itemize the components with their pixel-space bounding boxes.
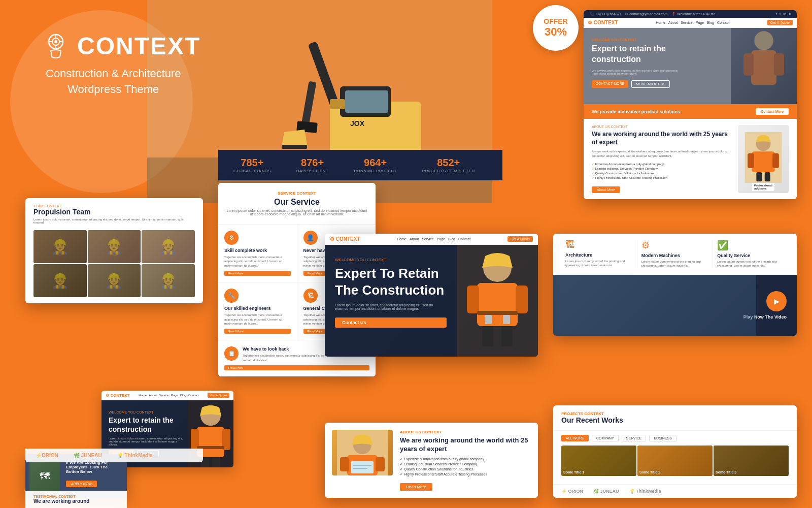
- card-top-info-bar: 📞 +1(800)7654321 ✉ contact@youremail.com…: [584, 10, 797, 18]
- second-card-logo: ⚙ CONTEXT: [106, 393, 129, 398]
- logo-orion: ⚡ORION: [36, 453, 58, 458]
- card-hero-section: WELCOME YOU CONTEXT Expert to retain the…: [584, 28, 797, 104]
- person-icon-6: 👷: [159, 272, 177, 289]
- center-nav-contact[interactable]: Contact: [458, 237, 470, 241]
- social-icons: f t in li: [776, 12, 791, 16]
- about-point-1: Expertise & Innovation from a truly glob…: [592, 162, 732, 166]
- filter-company[interactable]: COMPANY: [592, 435, 619, 441]
- testimonial-strip: TESTIMONIAL CONTEXT We are working aroun…: [25, 491, 127, 508]
- stat-global-brands: 785+ GLOBAL BRANDS: [233, 157, 271, 173]
- filter-service[interactable]: SERVICE: [622, 435, 647, 441]
- stat-projects-completed: 852+ PROJECTS COMPLETED: [422, 157, 475, 173]
- about-more-button[interactable]: About More: [592, 186, 620, 193]
- logo-strip: ⚡ORION 🌿 JUNEAU 💡 ThinkMedia: [25, 449, 203, 462]
- read-more-button-3[interactable]: Read More: [224, 329, 291, 334]
- work-title-1: Some Title 1: [563, 470, 584, 474]
- center-nav-about[interactable]: About: [410, 237, 419, 241]
- service-item-3: 🔧 Our skilled engineers Together we acco…: [218, 282, 297, 340]
- bottom-point-2: ✓ Leading Industrial Services Provider C…: [400, 462, 531, 467]
- svg-rect-37: [501, 326, 513, 346]
- stat-running-project: 964+ RUNNING PROJECT: [354, 157, 396, 173]
- worker-image-section: [457, 245, 538, 357]
- work-item-2: Some Title 2: [637, 446, 713, 476]
- quality-icon: ✅: [717, 240, 785, 251]
- center-nav-btn[interactable]: Get A Quote: [507, 236, 533, 242]
- recent-works-card: PROJECTS CONTEXT Our Recent Works ALL WO…: [553, 405, 797, 498]
- svg-rect-12: [282, 145, 307, 149]
- nav-home[interactable]: Home: [656, 21, 665, 24]
- person-icon-5: 👷: [105, 272, 123, 289]
- service-icon-4: 🏗: [303, 289, 318, 303]
- second-card-btn[interactable]: Get A Quote: [208, 393, 229, 398]
- nav-about[interactable]: About: [668, 21, 678, 24]
- works-grid: Some Title 1 Some Title 2 Some Title 3: [553, 446, 797, 484]
- center-hero-text: WELCOME YOU CONTEXT Expert To Retain The…: [325, 245, 457, 357]
- apply-section: If We Are Looking For Employees, Click T…: [64, 458, 123, 494]
- service-item-desc-3: Together we accomplish more, consectetur…: [224, 313, 291, 326]
- team-photo-3: 👷: [142, 230, 195, 263]
- right-features-card: 🏗 Architecture Lorem ipsum dummy text of…: [553, 234, 797, 336]
- svg-rect-15: [345, 90, 388, 113]
- team-photo-2: 👷: [88, 230, 141, 263]
- svg-rect-29: [756, 172, 762, 181]
- worker-silhouette: [731, 28, 797, 104]
- contact-more-strip-button[interactable]: Contact More: [756, 108, 789, 115]
- read-more-button-1[interactable]: Read More: [224, 271, 291, 276]
- team-description: Lorem ipsum dolor sit amet, consectetur …: [33, 218, 195, 224]
- center-hero-navbar: ⚙ CONTEXT Home About Service Page Blog C…: [325, 234, 538, 245]
- nav-contact[interactable]: Contact: [717, 21, 729, 24]
- feature-architecture: 🏗 Architecture Lorem ipsum dummy text of…: [561, 240, 637, 268]
- second-card-nav: ⚙ CONTEXT Home About Service Page Blog C…: [101, 391, 233, 400]
- filter-all[interactable]: ALL WORK: [561, 435, 589, 441]
- works-logo-1: ⚡ ORION: [561, 489, 583, 494]
- instagram-icon: in: [783, 12, 786, 16]
- nav-page[interactable]: Page: [696, 21, 704, 24]
- service-icon-2: 👤: [303, 231, 318, 245]
- apply-title: If We Are Looking For Employees, Click T…: [66, 460, 121, 474]
- nav-service[interactable]: Service: [681, 21, 692, 24]
- team-photos-grid: 👷 👷 👷 👷 👷 👷: [25, 230, 203, 303]
- person-icon-4: 👷: [51, 272, 69, 289]
- features-row: 🏗 Architecture Lorem ipsum dummy text of…: [553, 234, 797, 275]
- center-hero-welcome: WELCOME YOU CONTEXT: [335, 258, 447, 262]
- apply-button[interactable]: APPLY NOW: [66, 481, 97, 487]
- person-icon-2: 👷: [105, 238, 123, 255]
- second-nav-service: Service: [159, 394, 169, 397]
- svg-rect-28: [772, 153, 779, 168]
- logo-area: CONTEXT Construction & Architecture Word…: [41, 30, 200, 98]
- about-point-4: Highly Professional Staff Accurate Testt…: [592, 175, 732, 180]
- strip-text: We provide innovative product solutions.: [592, 109, 681, 114]
- work-item-3: Some Title 3: [714, 446, 789, 476]
- center-hero-btn[interactable]: Contact Us: [335, 318, 447, 328]
- about-point-2: Leading Industrial Services Provider Com…: [592, 166, 732, 171]
- play-button[interactable]: ▶: [766, 291, 787, 311]
- center-nav-service[interactable]: Service: [422, 237, 433, 241]
- second-hero-desc: Lorem ipsum dolor sit amet, consectetur …: [109, 437, 185, 446]
- svg-rect-26: [752, 151, 774, 172]
- about-professional-image: Professionaladvisors: [738, 125, 789, 193]
- card-nav-links: Home About Service Page Blog Contact: [656, 21, 729, 24]
- worker-with-helmet: [337, 430, 388, 475]
- get-quote-button[interactable]: Get A Quote: [767, 20, 793, 25]
- center-nav-page[interactable]: Page: [437, 237, 445, 241]
- context-logo-icon: [41, 30, 71, 61]
- filter-business[interactable]: BUSINESS: [649, 435, 676, 441]
- video-bg: [553, 275, 756, 336]
- card-about-section: ABOUT US CONTEXT We are working around t…: [584, 119, 797, 199]
- center-nav-blog[interactable]: Blog: [448, 237, 455, 241]
- map-icon: 🗺: [29, 458, 60, 494]
- bottom-about-title: We are working around the world with 25 …: [400, 436, 531, 454]
- work-item-1: Some Title 1: [561, 446, 636, 476]
- about-left: ABOUT US CONTEXT We are working around t…: [592, 125, 732, 193]
- svg-point-6: [54, 40, 57, 43]
- read-more-button-5[interactable]: Read More: [224, 365, 369, 370]
- more-about-button[interactable]: MORE ABOUT US: [631, 80, 670, 88]
- center-nav-home[interactable]: Home: [397, 237, 407, 241]
- contact-more-button[interactable]: CONTACT MORE: [592, 80, 628, 88]
- hero-worker-bg: [731, 28, 797, 104]
- read-more-about-button[interactable]: Read More: [400, 483, 432, 491]
- bottom-point-1: ✓ Expertise & Innovation from a truly gl…: [400, 457, 531, 462]
- nav-blog[interactable]: Blog: [707, 21, 714, 24]
- innovative-strip: We provide innovative product solutions.…: [584, 104, 797, 119]
- service-header: SERVICE CONTEXT Our Service Lorem ipsum …: [218, 183, 376, 225]
